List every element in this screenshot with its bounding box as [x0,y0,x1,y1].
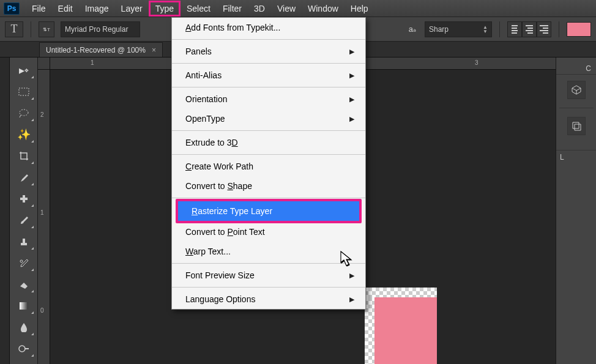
menu-add-fonts-typekit[interactable]: Add Fonts from Typekit... [172,18,365,37]
menu-select[interactable]: Select [181,1,217,16]
anti-alias-value: Sharp [429,25,449,34]
blur-tool-icon[interactable] [13,318,35,336]
menu-font-preview-size[interactable]: Font Preview Size▶ [172,266,365,285]
svg-rect-10 [24,348,29,349]
menu-file[interactable]: File [26,1,52,16]
clone-stamp-tool-icon[interactable] [13,232,35,251]
align-left-button[interactable] [507,21,522,37]
panel-separator [559,108,594,108]
submenu-arrow-icon: ▶ [349,72,354,80]
crop-tool-icon[interactable] [13,147,35,165]
align-right-button[interactable] [537,21,551,37]
gradient-tool-icon[interactable] [13,297,35,315]
close-tab-icon[interactable]: × [152,46,156,54]
eyedropper-tool-icon[interactable] [13,168,35,187]
canvas-transparency-checker [365,297,374,364]
stepper-arrows-icon[interactable]: ▲▼ [483,25,488,34]
menu-extrude-3d[interactable]: Extrude to 3D [172,133,365,152]
panel-layers-icon[interactable] [567,117,586,135]
healing-brush-tool-icon[interactable] [13,190,35,208]
menu-convert-to-point-text[interactable]: Convert to Point Text [172,222,365,242]
menu-rasterize-highlight-box: Rasterize Type Layer [176,199,362,223]
menu-type[interactable]: Type [149,1,181,17]
divider [31,21,31,37]
left-well [0,58,10,364]
toolbar: ▸✥ ✨ [10,58,38,364]
menu-convert-to-shape[interactable]: Convert to Shape [172,176,365,196]
menu-separator [172,39,365,40]
document-tab[interactable]: Untitled-1-Recovered @ 100% × [39,42,163,57]
panel-3d-icon[interactable] [567,81,586,99]
menubar: Ps File Edit Image Layer Type Select Fil… [0,0,596,17]
menu-image[interactable]: Image [79,1,115,16]
move-tool-icon[interactable]: ▸✥ [13,61,35,80]
menu-warp-text[interactable]: Warp Text... [172,242,365,261]
menu-create-work-path[interactable]: Create Work Path [172,157,365,176]
menu-opentype[interactable]: OpenType▶ [172,109,365,128]
eraser-tool-icon[interactable] [13,275,35,294]
submenu-arrow-icon: ▶ [349,95,354,103]
svg-point-7 [20,260,23,262]
svg-rect-1 [19,88,29,95]
font-family-field[interactable]: Myriad Pro Regular [61,21,140,37]
lasso-tool-icon[interactable] [13,104,35,122]
submenu-arrow-icon: ▶ [349,295,354,303]
menu-separator [172,130,365,131]
menu-window[interactable]: Window [302,1,345,16]
menu-separator [172,87,365,87]
menu-panels[interactable]: Panels▶ [172,42,365,61]
svg-text:⇅T: ⇅T [43,26,50,32]
canvas-content-shape[interactable] [374,297,437,364]
menu-anti-alias[interactable]: Anti-Alias▶ [172,65,365,85]
svg-rect-8 [20,302,28,310]
menu-layer[interactable]: Layer [115,1,149,16]
menu-3d[interactable]: 3D [248,1,271,16]
menu-rasterize-type-layer[interactable]: Rasterize Type Layer [178,201,359,221]
svg-point-9 [19,346,25,352]
anti-alias-select[interactable]: Sharp ▲▼ [425,21,492,37]
panel-tab-c[interactable]: C [556,62,596,75]
anti-alias-label: aₐ [406,24,419,34]
submenu-arrow-icon: ▶ [349,115,354,123]
menu-language-options[interactable]: Language Options▶ [172,289,365,309]
ruler-corner [38,58,50,70]
ruler-tick: 2 [40,111,44,118]
menu-separator [172,154,365,155]
submenu-arrow-icon: ▶ [349,272,354,280]
menu-orientation[interactable]: Orientation▶ [172,89,365,109]
text-orientation-toggle-icon[interactable]: ⇅T [39,21,54,37]
panel-tab-l[interactable]: L [556,150,596,162]
text-align-group [507,21,551,37]
right-panel: C L [556,58,596,364]
type-tool-preset-icon[interactable]: T [5,21,23,37]
text-color-swatch[interactable] [567,22,591,37]
brush-tool-icon[interactable] [13,211,35,229]
ruler-tick: 1 [91,59,94,66]
dodge-tool-icon[interactable] [13,340,35,358]
svg-rect-4 [23,195,25,202]
magic-wand-tool-icon[interactable]: ✨ [13,125,35,144]
canvas-transparency-checker [365,288,437,297]
align-center-button[interactable] [522,21,537,37]
menu-filter[interactable]: Filter [217,1,248,16]
divider [559,21,559,37]
menu-separator [172,287,365,288]
history-brush-tool-icon[interactable] [13,254,35,272]
svg-point-2 [20,110,28,116]
menu-separator [172,263,365,264]
svg-rect-6 [23,239,25,243]
submenu-arrow-icon: ▶ [349,48,354,56]
ruler-tick: 1 [40,209,44,216]
menu-separator [172,198,365,198]
type-menu-dropdown: Add Fonts from Typekit... Panels▶ Anti-A… [171,17,366,310]
menu-view[interactable]: View [271,1,302,16]
menu-help[interactable]: Help [345,1,374,16]
app-logo: Ps [4,2,20,15]
ruler-tick: 3 [475,59,479,66]
marquee-tool-icon[interactable] [13,83,35,101]
menu-edit[interactable]: Edit [52,1,79,16]
menu-separator [172,63,365,64]
ruler-tick: 0 [40,307,44,314]
ruler-vertical[interactable]: 2 1 0 [38,70,50,364]
document-tab-title: Untitled-1-Recovered @ 100% [46,46,146,54]
